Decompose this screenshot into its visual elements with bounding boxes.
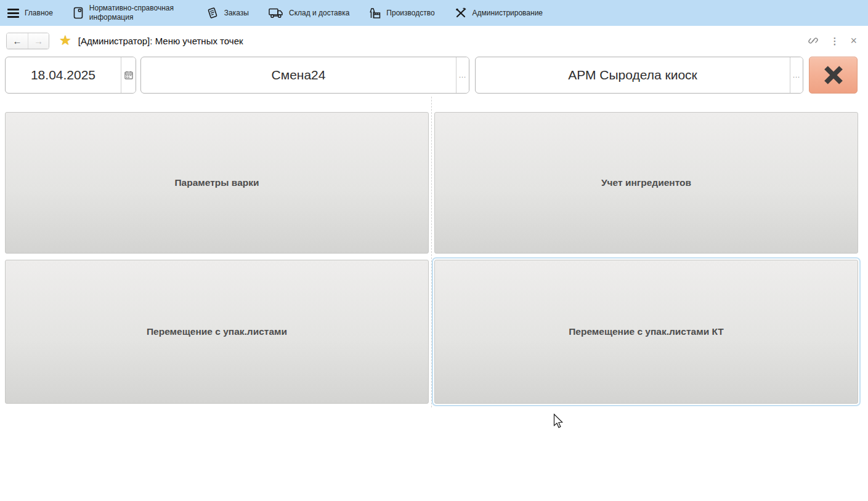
tile-transfer-packing-lists[interactable]: Перемещение с упак.листами — [5, 260, 429, 404]
close-session-button[interactable] — [809, 57, 858, 94]
mouse-cursor-icon — [553, 414, 564, 430]
shift-choose-button[interactable]: ... — [456, 57, 469, 93]
menu-item-label: Склад и доставка — [289, 9, 349, 18]
book-icon — [73, 7, 84, 19]
workstation-field: АРМ Сыродела киоск ... — [475, 57, 803, 94]
menu-item-administration[interactable]: Администрирование — [455, 7, 543, 19]
date-field: 18.04.2025 — [5, 57, 136, 94]
calendar-icon[interactable] — [121, 57, 136, 93]
close-x-icon — [822, 64, 845, 86]
star-icon[interactable]: ★ — [59, 34, 71, 47]
menu-item-warehouse-delivery[interactable]: Склад и доставка — [269, 7, 349, 18]
menu-item-label: Заказы — [224, 9, 249, 18]
workstation-input[interactable]: АРМ Сыродела киоск — [476, 57, 790, 93]
menu-item-label: Главное — [25, 9, 53, 18]
tile-transfer-packing-lists-kt[interactable]: Перемещение с упак.листами КТ — [434, 260, 858, 404]
toolbar-fields-row: 18.04.2025 Смена24 ... АРМ Сыродела киос… — [5, 57, 858, 94]
tools-icon — [455, 7, 467, 19]
tile-ingredient-accounting[interactable]: Учет ингредиентов — [434, 112, 858, 254]
form-header-actions: ⋮ × — [808, 35, 857, 46]
workstation-choose-button[interactable]: ... — [790, 57, 803, 93]
link-icon[interactable] — [808, 36, 819, 46]
menu-item-reference-info[interactable]: Нормативно-справочная информация — [73, 4, 187, 22]
form-title: [Администратор]: Меню учетных точек — [78, 36, 243, 46]
more-dots-icon[interactable]: ⋮ — [830, 36, 839, 46]
form-header-bar: ← → ★ [Администратор]: Меню учетных точе… — [0, 26, 868, 55]
factory-icon — [369, 7, 381, 19]
menu-item-label: Производство — [386, 9, 434, 18]
close-form-icon[interactable]: × — [850, 35, 857, 46]
shift-input[interactable]: Смена24 — [141, 57, 456, 93]
tile-cooking-parameters[interactable]: Параметры варки — [5, 112, 429, 254]
forward-arrow-icon[interactable]: → — [28, 33, 49, 49]
menu-item-main[interactable]: Главное — [7, 8, 53, 18]
menu-item-label: Нормативно-справочная информация — [89, 4, 187, 22]
menu-item-orders[interactable]: Заказы — [206, 7, 249, 20]
truck-icon — [269, 7, 283, 18]
back-arrow-icon[interactable]: ← — [7, 33, 28, 49]
section-menu-bar: Главное Нормативно-справочная информация… — [0, 0, 868, 26]
grid-column-separator — [431, 97, 432, 407]
menu-item-label: Администрирование — [473, 9, 543, 18]
history-nav-group: ← → — [6, 33, 49, 49]
menu-item-production[interactable]: Производство — [369, 7, 434, 19]
date-input[interactable]: 18.04.2025 — [6, 57, 121, 93]
receipt-icon — [206, 7, 219, 20]
shift-field: Смена24 ... — [140, 57, 469, 94]
hamburger-icon — [7, 8, 19, 18]
